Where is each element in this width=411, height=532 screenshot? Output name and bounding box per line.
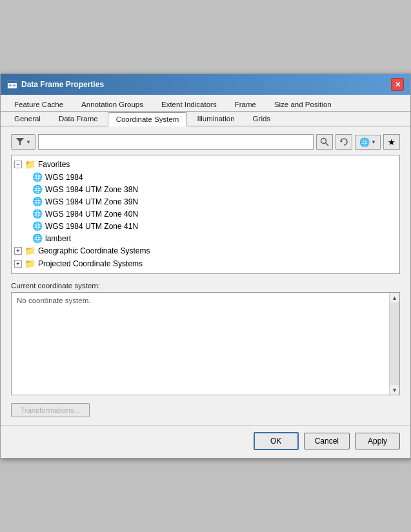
tab-general[interactable]: General <box>6 112 49 126</box>
tab-feature-cache[interactable]: Feature Cache <box>6 97 72 111</box>
current-cs-label: Current coordinate system: <box>11 282 400 290</box>
wgs40n-label: WGS 1984 UTM Zone 40N <box>45 210 138 219</box>
button-row: OK Cancel Apply <box>1 425 410 458</box>
tabs-row1: Feature Cache Annotation Groups Extent I… <box>1 95 410 112</box>
wgs1984-globe-icon: 🌐 <box>32 172 43 182</box>
dialog-title: Data Frame Properties <box>21 80 104 89</box>
close-button[interactable]: ✕ <box>391 78 404 91</box>
search-input[interactable] <box>38 134 314 150</box>
tree-item-favorites[interactable]: − 📁 Favorites <box>12 158 399 171</box>
refresh-icon <box>339 137 348 146</box>
scrollbar[interactable]: ▲ ▼ <box>389 293 399 395</box>
filter-button[interactable]: ▼ <box>11 134 35 150</box>
wgs38n-globe-icon: 🌐 <box>32 184 43 194</box>
title-bar: Data Frame Properties ✕ <box>1 74 410 95</box>
favorites-folder-icon: 📁 <box>25 159 35 170</box>
favorites-label: Favorites <box>38 160 70 169</box>
svg-point-5 <box>321 139 326 144</box>
geographic-label: Geographic Coordinate Systems <box>38 246 150 255</box>
scroll-down[interactable]: ▼ <box>390 385 399 395</box>
projected-toggle[interactable]: + <box>14 260 22 268</box>
content-area: ▼ 🌐 ▼ ★ <box>1 126 410 425</box>
dialog-icon <box>7 79 17 90</box>
scroll-track <box>390 302 399 385</box>
filter-dropdown-arrow: ▼ <box>26 139 31 145</box>
svg-marker-4 <box>16 138 24 145</box>
tree-item-projected[interactable]: + 📁 Projected Coordinate Systems <box>12 257 399 270</box>
toolbar-row: ▼ 🌐 ▼ ★ <box>11 134 400 150</box>
tree-item-geographic[interactable]: + 📁 Geographic Coordinate Systems <box>12 244 399 257</box>
tree-item-wgs-41n[interactable]: 🌐 WGS 1984 UTM Zone 41N <box>12 220 399 232</box>
geographic-toggle[interactable]: + <box>14 247 22 255</box>
projected-folder-icon: 📁 <box>25 259 35 269</box>
globe-button[interactable]: 🌐 ▼ <box>355 135 381 150</box>
tree-item-wgs-38n[interactable]: 🌐 WGS 1984 UTM Zone 38N <box>12 183 399 195</box>
svg-rect-3 <box>13 84 15 86</box>
tree-item-wgs-39n[interactable]: 🌐 WGS 1984 UTM Zone 39N <box>12 195 399 208</box>
tree-view[interactable]: − 📁 Favorites 🌐 WGS 1984 🌐 WGS 1984 UTM … <box>11 155 400 274</box>
dialog-window: Data Frame Properties ✕ Feature Cache An… <box>0 74 411 458</box>
tab-frame[interactable]: Frame <box>226 97 265 111</box>
apply-button[interactable]: Apply <box>355 433 400 449</box>
title-bar-left: Data Frame Properties <box>7 79 104 90</box>
svg-marker-7 <box>341 140 343 143</box>
cancel-button[interactable]: Cancel <box>304 433 350 449</box>
tab-illumination[interactable]: Illumination <box>188 112 243 126</box>
svg-line-6 <box>326 143 329 146</box>
tab-grids[interactable]: Grids <box>245 112 279 126</box>
tree-item-lambert[interactable]: 🌐 lambert <box>12 232 399 244</box>
projected-label: Projected Coordinate Systems <box>38 259 143 268</box>
search-button[interactable] <box>316 134 333 150</box>
refresh-button[interactable] <box>336 134 352 150</box>
tab-extent-indicators[interactable]: Extent Indicators <box>153 97 225 111</box>
wgs41n-globe-icon: 🌐 <box>32 221 43 231</box>
tab-annotation-groups[interactable]: Annotation Groups <box>73 97 152 111</box>
tab-coordinate-system[interactable]: Coordinate System <box>108 112 188 126</box>
wgs39n-label: WGS 1984 UTM Zone 39N <box>45 197 138 206</box>
globe-dropdown-arrow: ▼ <box>371 139 376 145</box>
transformations-button[interactable]: Transformations... <box>11 403 90 417</box>
lambert-globe-icon: 🌐 <box>32 233 43 243</box>
favorites-toggle[interactable]: − <box>14 161 22 168</box>
svg-rect-2 <box>9 84 12 86</box>
star-icon: ★ <box>388 137 396 147</box>
wgs1984-label: WGS 1984 <box>45 173 83 182</box>
coordinate-system-value: No coordinate system. <box>17 297 394 304</box>
search-icon <box>320 137 329 146</box>
geographic-folder-icon: 📁 <box>25 246 35 256</box>
tabs-row2: General Data Frame Coordinate System Ill… <box>1 112 410 126</box>
scroll-up[interactable]: ▲ <box>390 293 399 302</box>
coordinate-system-display: No coordinate system. ▲ ▼ <box>11 292 400 395</box>
svg-rect-1 <box>8 81 17 83</box>
lambert-label: lambert <box>45 234 71 243</box>
tree-item-wgs1984[interactable]: 🌐 WGS 1984 <box>12 171 399 183</box>
ok-button[interactable]: OK <box>254 432 299 450</box>
favorites-button[interactable]: ★ <box>383 134 400 150</box>
wgs41n-label: WGS 1984 UTM Zone 41N <box>45 222 138 231</box>
tab-size-position[interactable]: Size and Position <box>266 97 340 111</box>
no-coordinate-text: No coordinate system. <box>17 297 90 304</box>
wgs39n-globe-icon: 🌐 <box>32 197 43 206</box>
tab-data-frame[interactable]: Data Frame <box>50 112 106 126</box>
tree-item-wgs-40n[interactable]: 🌐 WGS 1984 UTM Zone 40N <box>12 208 399 220</box>
filter-icon <box>15 137 25 147</box>
wgs38n-label: WGS 1984 UTM Zone 38N <box>45 185 138 194</box>
wgs40n-globe-icon: 🌐 <box>32 209 43 219</box>
globe-icon: 🌐 <box>359 137 370 147</box>
